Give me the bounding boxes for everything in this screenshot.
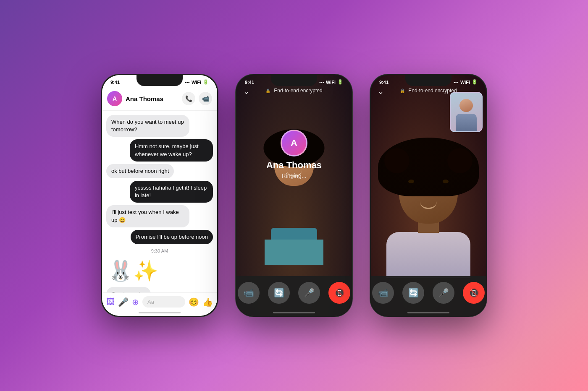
message-input[interactable]: Aa (142, 296, 185, 308)
encryption-text-2: End-to-end encrypted (274, 88, 322, 94)
contact-avatar: A (107, 91, 122, 106)
signal-2: ▪▪▪ (319, 80, 324, 85)
signal-3: ▪▪▪ (454, 80, 459, 85)
caller-avatar: A (281, 130, 307, 156)
call-status: Ringing... (236, 172, 352, 179)
active-person-smile (420, 201, 437, 209)
wifi-1: WiFi (192, 80, 201, 85)
chat-messages: When do you want to meet up tomorrow? Hm… (102, 111, 217, 293)
time-1: 9:41 (110, 80, 120, 85)
message-7: Good morning (106, 287, 151, 293)
message-2: Hmm not sure, maybe just whenever we wak… (130, 139, 213, 161)
message-4: yessss hahaha I get it! I sleep in late! (130, 181, 213, 203)
mute-button[interactable]: 🎤 (298, 282, 320, 304)
pip-person-body (456, 114, 477, 131)
media-icon[interactable]: 🖼 (106, 297, 115, 307)
status-icons-2: ▪▪▪ WiFi 🔋 (319, 79, 343, 85)
active-person-container (371, 119, 486, 278)
status-icons-1: ▪▪▪ WiFi 🔋 (185, 79, 209, 85)
video-toggle-button[interactable]: 📹 (238, 282, 260, 304)
home-indicator-2 (273, 312, 315, 313)
active-flip-button[interactable]: 🔄 (402, 282, 424, 304)
active-eye-right (443, 180, 449, 183)
battery-2: 🔋 (337, 79, 343, 85)
active-person-body (386, 232, 470, 278)
active-person-head (399, 156, 458, 224)
like-icon[interactable]: 👍 (202, 297, 213, 307)
pip-video[interactable] (450, 92, 483, 132)
battery-3: 🔋 (472, 79, 478, 85)
wifi-3: WiFi (460, 80, 470, 85)
emoji-icon[interactable]: 😊 (189, 297, 199, 307)
video-call-button[interactable]: 📹 (199, 92, 212, 105)
active-end-call-button[interactable]: 📵 (463, 282, 485, 304)
active-video-button[interactable]: 📹 (372, 282, 394, 304)
hair-puff-right (447, 148, 472, 173)
header-icons: 📞 📹 (182, 92, 212, 105)
home-indicator-3 (407, 312, 449, 313)
phone-2-ringing: 9:41 ▪▪▪ WiFi 🔋 ⌄ 🔒 End-to-end encrypted… (235, 74, 353, 317)
notch-2 (271, 75, 317, 86)
message-5: I'll just text you when I wake up 😄 (106, 205, 189, 227)
active-eye-left (408, 180, 414, 183)
flip-camera-button[interactable]: 🔄 (268, 282, 290, 304)
contact-name: Ana Thomas (126, 95, 182, 102)
sticker: 🐰✨ (106, 258, 160, 284)
time-3: 9:41 (379, 80, 388, 85)
message-1: When do you want to meet up tomorrow? (106, 115, 189, 137)
message-3: ok but before noon right (106, 164, 174, 178)
phone-3-active: 9:41 ▪▪▪ WiFi 🔋 ⌄ 🔒 End-to-end encrypted… (370, 74, 487, 317)
call-controls-2: 📹 🔄 🎤 📵 (236, 276, 352, 316)
phone-call-button[interactable]: 📞 (182, 92, 195, 105)
status-icons-3: ▪▪▪ WiFi 🔋 (454, 79, 478, 85)
lock-icon: 🔒 (265, 89, 270, 93)
time-2: 9:41 (245, 80, 254, 85)
encryption-text-3: End-to-end encrypted (408, 88, 457, 94)
notch-1 (136, 75, 183, 86)
wifi-2: WiFi (326, 80, 336, 85)
shirt-lower (265, 240, 323, 265)
signal-1: ▪▪▪ (185, 80, 190, 85)
battery-1: 🔋 (203, 79, 209, 85)
timestamp-1: 9:30 AM (106, 248, 213, 253)
notch-3 (405, 75, 452, 86)
pip-person-head (459, 99, 473, 112)
sticker-icon[interactable]: ⊕ (132, 297, 139, 307)
caller-name: Ana Thomas (236, 160, 352, 171)
mic-icon[interactable]: 🎤 (118, 297, 129, 307)
encryption-label-2: 🔒 End-to-end encrypted (236, 88, 352, 94)
lock-icon-3: 🔒 (400, 89, 405, 93)
shirt-body (271, 228, 317, 240)
message-6: Promise I'll be up before noon (131, 230, 213, 244)
end-call-button[interactable]: 📵 (328, 282, 350, 304)
active-mute-button[interactable]: 🎤 (433, 282, 454, 304)
caller-info: A Ana Thomas Ringing... (236, 130, 352, 179)
hair-puff-left (384, 148, 410, 173)
phone-1-chat: 9:41 ▪▪▪ WiFi 🔋 A Ana Thomas 📞 📹 When do… (101, 74, 218, 317)
pip-bg (451, 93, 482, 131)
home-indicator-1 (139, 312, 181, 313)
call-controls-3: 📹 🔄 🎤 📵 (371, 276, 486, 316)
